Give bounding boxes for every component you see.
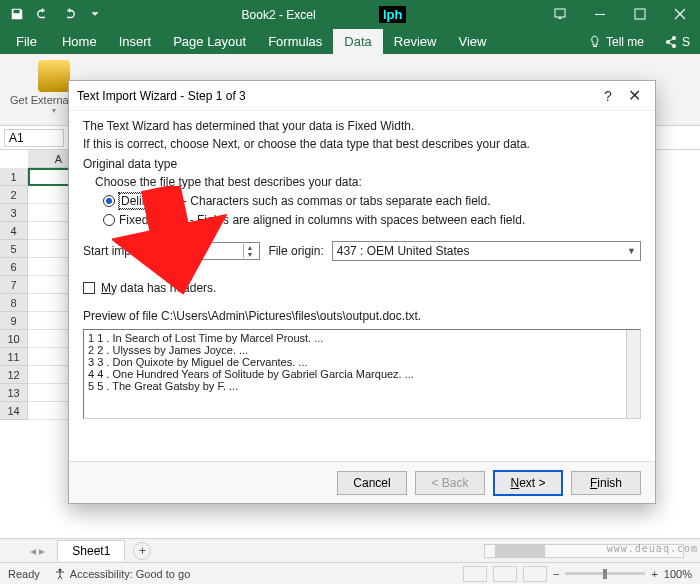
file-origin-select[interactable]: 437 : OEM United States ▼ <box>332 241 641 261</box>
dialog-close-button[interactable]: ✕ <box>621 86 647 105</box>
row-header[interactable]: 8 <box>0 294 28 312</box>
row-header[interactable]: 12 <box>0 366 28 384</box>
status-ready: Ready <box>8 568 40 580</box>
preview-line: 1 1 . In Search of Lost Time by Marcel P… <box>88 332 636 344</box>
window-title: Book2 - Excel lph <box>108 7 540 22</box>
close-button[interactable] <box>660 0 700 28</box>
new-sheet-button[interactable]: + <box>133 542 151 560</box>
svg-rect-1 <box>595 14 605 15</box>
text-import-wizard-dialog: Text Import Wizard - Step 1 of 3 ? ✕ The… <box>68 80 656 504</box>
preview-scrollbar[interactable] <box>626 330 640 418</box>
tab-page-layout[interactable]: Page Layout <box>162 29 257 54</box>
start-import-label: Start import at row: <box>83 244 184 258</box>
save-icon[interactable] <box>4 0 30 28</box>
page-break-view-button[interactable] <box>523 566 547 582</box>
file-tab[interactable]: File <box>2 29 51 54</box>
tab-review[interactable]: Review <box>383 29 448 54</box>
dropdown-icon: ▼ <box>627 246 636 256</box>
dialog-title: Text Import Wizard - Step 1 of 3 <box>77 89 595 103</box>
watermark: www.deuaq.com <box>607 543 698 554</box>
minimize-button[interactable] <box>580 0 620 28</box>
sheet-tab[interactable]: Sheet1 <box>57 540 125 561</box>
dialog-help-button[interactable]: ? <box>595 88 621 104</box>
row-header[interactable]: 7 <box>0 276 28 294</box>
svg-rect-2 <box>635 9 645 19</box>
radio-fixed-width[interactable] <box>103 214 115 226</box>
row-header[interactable]: 1 <box>0 168 28 186</box>
preview-line: 3 3 . Don Quixote by Miguel de Cervantes… <box>88 356 636 368</box>
window-controls <box>540 0 700 28</box>
tell-me[interactable]: Tell me <box>578 30 654 54</box>
spin-down-icon[interactable]: ▼ <box>244 251 255 258</box>
tab-insert[interactable]: Insert <box>108 29 163 54</box>
row-header[interactable]: 10 <box>0 330 28 348</box>
sheet-tab-bar: ◂ ▸ Sheet1 + <box>0 538 700 562</box>
headers-checkbox[interactable] <box>83 282 95 294</box>
radio-fixed-width-desc: - Fields are aligned in columns with spa… <box>190 213 526 227</box>
ribbon-tab-bar: File Home Insert Page Layout Formulas Da… <box>0 28 700 54</box>
radio-delimited-desc: - Characters such as commas or tabs sepa… <box>183 194 490 208</box>
start-import-row: Start import at row: 1 ▲▼ File origin: 4… <box>83 241 641 261</box>
get-data-icon <box>38 60 70 92</box>
sheet-nav[interactable]: ◂ ▸ <box>30 544 45 558</box>
zoom-out-button[interactable]: − <box>553 568 559 580</box>
radio-delimited-label: Delimited <box>119 193 173 209</box>
start-import-row-input[interactable]: 1 ▲▼ <box>192 242 260 260</box>
next-button[interactable]: Next >Next > <box>493 470 563 496</box>
row-header[interactable]: 9 <box>0 312 28 330</box>
logo-badge: lph <box>379 6 407 23</box>
page-layout-view-button[interactable] <box>493 566 517 582</box>
cancel-button[interactable]: Cancel <box>337 471 407 495</box>
name-box[interactable]: A1 <box>4 129 64 147</box>
tab-home[interactable]: Home <box>51 29 108 54</box>
ribbon-right-items: Tell me S <box>578 30 700 54</box>
radio-delimited[interactable] <box>103 195 115 207</box>
document-name: Book2 - Excel <box>242 8 316 22</box>
zoom-in-button[interactable]: + <box>651 568 657 580</box>
zoom-slider[interactable] <box>565 572 645 575</box>
file-origin-label: File origin: <box>268 244 323 258</box>
headers-checkbox-row[interactable]: MMy data has headers.y data has headers. <box>83 281 641 295</box>
preview-line: 2 2 . Ulysses by James Joyce. ... <box>88 344 636 356</box>
tab-view[interactable]: View <box>447 29 497 54</box>
wizard-info-2: If this is correct, choose Next, or choo… <box>83 137 641 151</box>
row-header[interactable]: 2 <box>0 186 28 204</box>
accessibility-icon <box>54 568 66 580</box>
preview-line: 5 5 . The Great Gatsby by F. ... <box>88 380 636 392</box>
file-origin-value: 437 : OEM United States <box>337 244 470 258</box>
tab-formulas[interactable]: Formulas <box>257 29 333 54</box>
spin-up-icon[interactable]: ▲ <box>244 244 255 251</box>
zoom-level[interactable]: 100% <box>664 568 692 580</box>
radio-fixed-width-row[interactable]: Fixed width - Fields are aligned in colu… <box>103 213 641 227</box>
row-header[interactable]: 14 <box>0 402 28 420</box>
preview-label: Preview of file C:\Users\Admin\Pictures\… <box>83 309 641 323</box>
ribbon-options-icon[interactable] <box>540 0 580 28</box>
row-header[interactable]: 5 <box>0 240 28 258</box>
quick-access-toolbar <box>0 0 108 28</box>
share-button[interactable]: S <box>654 30 700 54</box>
finish-button[interactable]: FinishFinish <box>571 471 641 495</box>
row-header[interactable]: 6 <box>0 258 28 276</box>
tab-data[interactable]: Data <box>333 29 382 54</box>
svg-rect-0 <box>555 9 565 17</box>
dialog-body: The Text Wizard has determined that your… <box>69 111 655 427</box>
svg-point-7 <box>58 568 61 571</box>
choose-file-type-label: Choose the file type that best describes… <box>95 175 641 189</box>
row-header[interactable]: 3 <box>0 204 28 222</box>
row-header[interactable]: 4 <box>0 222 28 240</box>
qat-customize-icon[interactable] <box>82 0 108 28</box>
accessibility-status[interactable]: Accessibility: Good to go <box>54 568 190 580</box>
dropdown-icon: ▾ <box>52 106 56 115</box>
radio-fixed-width-label: Fixed width <box>119 213 180 227</box>
undo-icon[interactable] <box>30 0 56 28</box>
normal-view-button[interactable] <box>463 566 487 582</box>
preview-line: 4 4 . One Hundred Years of Solitude by G… <box>88 368 636 380</box>
preview-box: 1 1 . In Search of Lost Time by Marcel P… <box>83 329 641 419</box>
status-bar: Ready Accessibility: Good to go − + 100% <box>0 562 700 584</box>
row-header[interactable]: 11 <box>0 348 28 366</box>
redo-icon[interactable] <box>56 0 82 28</box>
row-header[interactable]: 13 <box>0 384 28 402</box>
radio-delimited-row[interactable]: Delimited - Characters such as commas or… <box>103 193 641 209</box>
maximize-button[interactable] <box>620 0 660 28</box>
dialog-button-row: Cancel < Back Next >Next > FinishFinish <box>69 461 655 503</box>
